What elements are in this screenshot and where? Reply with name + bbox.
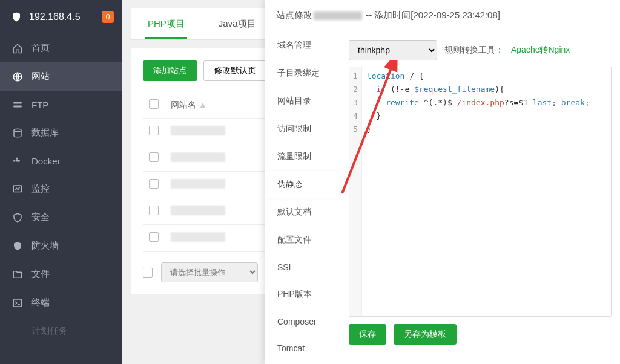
svg-rect-9 bbox=[13, 299, 22, 307]
sidebar-item-docker[interactable]: Docker bbox=[0, 147, 122, 175]
sidebar-item-label: 防火墙 bbox=[31, 240, 59, 252]
modal-nav-tomcat[interactable]: Tomcat bbox=[265, 335, 340, 362]
modal-content: thinkphp 规则转换工具： Apache转Nginx 12345 loca… bbox=[340, 31, 620, 364]
folder-icon bbox=[12, 269, 23, 280]
svg-rect-7 bbox=[16, 158, 18, 160]
modal-nav-rewrite[interactable]: 伪静态 bbox=[265, 171, 340, 198]
home-icon bbox=[12, 43, 23, 54]
modal-nav-config[interactable]: 配置文件 bbox=[265, 226, 340, 254]
shield-icon bbox=[11, 11, 22, 23]
row-checkbox[interactable] bbox=[149, 152, 159, 162]
modal-nav-subdir[interactable]: 子目录绑定 bbox=[265, 59, 340, 87]
sidebar-item-files[interactable]: 文件 bbox=[0, 260, 122, 288]
shield-outline-icon bbox=[12, 212, 23, 223]
rewrite-editor[interactable]: 12345 location / { if (!-e $request_file… bbox=[349, 67, 612, 317]
clock-icon bbox=[12, 326, 23, 337]
globe-icon bbox=[12, 71, 23, 82]
sidebar-item-label: Docker bbox=[31, 156, 61, 166]
sidebar-item-label: 网站 bbox=[31, 71, 50, 82]
docker-icon bbox=[12, 155, 23, 166]
edit-default-page-button[interactable]: 修改默认页 bbox=[203, 60, 266, 81]
monitor-icon bbox=[12, 184, 23, 195]
svg-rect-4 bbox=[13, 160, 15, 162]
rule-convert-label: 规则转换工具： bbox=[444, 45, 504, 56]
sidebar-item-cron[interactable]: 计划任务 bbox=[0, 317, 122, 345]
site-name-masked bbox=[171, 206, 225, 215]
site-name-masked bbox=[171, 179, 225, 189]
modal-nav-composer[interactable]: Composer bbox=[265, 308, 340, 335]
bulk-checkbox[interactable] bbox=[143, 268, 153, 278]
domain-masked bbox=[314, 11, 362, 20]
tab-php[interactable]: PHP项目 bbox=[131, 8, 202, 39]
rewrite-rule-row: thinkphp 规则转换工具： Apache转Nginx bbox=[349, 40, 612, 60]
apache-to-nginx-link[interactable]: Apache转Nginx bbox=[511, 45, 570, 56]
firewall-icon bbox=[12, 241, 23, 252]
checkbox-all[interactable] bbox=[149, 99, 159, 109]
notification-badge[interactable]: 0 bbox=[102, 11, 114, 23]
sidebar-item-monitor[interactable]: 监控 bbox=[0, 175, 122, 203]
rewrite-template-select[interactable]: thinkphp bbox=[349, 40, 437, 60]
sidebar-item-database[interactable]: 数据库 bbox=[0, 119, 122, 147]
sidebar-item-label: 首页 bbox=[31, 42, 50, 54]
row-checkbox[interactable] bbox=[149, 206, 159, 215]
modal-nav-default-doc[interactable]: 默认文档 bbox=[265, 198, 340, 226]
editor-code[interactable]: location / { if (!-e $request_filename){… bbox=[362, 67, 595, 316]
svg-point-3 bbox=[14, 129, 21, 132]
sidebar: 192.168.4.5 0 首页 网站 FTP 数据库 Docker 监控 安全… bbox=[0, 0, 122, 364]
site-settings-modal: 站点修改 -- 添加时间[2022-09-25 23:42:08] 域名管理 子… bbox=[265, 0, 620, 364]
sidebar-item-ftp[interactable]: FTP bbox=[0, 91, 122, 119]
modal-nav-webdir[interactable]: 网站目录 bbox=[265, 87, 340, 115]
svg-rect-1 bbox=[13, 102, 22, 104]
row-checkbox[interactable] bbox=[149, 126, 159, 135]
tab-java[interactable]: Java项目 bbox=[202, 8, 273, 39]
sort-icon: ▲ bbox=[199, 100, 207, 109]
svg-rect-6 bbox=[18, 160, 20, 162]
host-ip: 192.168.4.5 bbox=[29, 11, 81, 22]
site-name-masked bbox=[171, 152, 225, 162]
sidebar-item-site[interactable]: 网站 bbox=[0, 62, 122, 91]
editor-gutter: 12345 bbox=[349, 67, 362, 316]
save-button[interactable]: 保存 bbox=[349, 324, 386, 345]
modal-nav: 域名管理 子目录绑定 网站目录 访问限制 流量限制 伪静态 默认文档 配置文件 … bbox=[265, 31, 340, 364]
sidebar-item-firewall[interactable]: 防火墙 bbox=[0, 232, 122, 260]
site-name-masked bbox=[171, 126, 225, 135]
save-as-template-button[interactable]: 另存为模板 bbox=[394, 324, 457, 345]
tab-label: PHP项目 bbox=[148, 18, 185, 28]
sidebar-header: 192.168.4.5 0 bbox=[0, 0, 122, 34]
sidebar-item-label: 安全 bbox=[31, 212, 50, 223]
row-checkbox[interactable] bbox=[149, 232, 159, 242]
site-name-masked bbox=[171, 232, 225, 242]
modal-nav-phpver[interactable]: PHP版本 bbox=[265, 281, 340, 308]
sidebar-item-label: FTP bbox=[31, 100, 48, 110]
sidebar-item-label: 文件 bbox=[31, 268, 50, 280]
sidebar-item-label: 计划任务 bbox=[31, 325, 68, 337]
sidebar-item-security[interactable]: 安全 bbox=[0, 203, 122, 232]
add-site-button[interactable]: 添加站点 bbox=[143, 60, 197, 81]
modal-nav-access[interactable]: 访问限制 bbox=[265, 115, 340, 143]
sidebar-item-label: 数据库 bbox=[31, 127, 59, 138]
tab-label: Java项目 bbox=[219, 18, 256, 28]
sidebar-item-label: 终端 bbox=[31, 297, 50, 308]
modal-title: 站点修改 -- 添加时间[2022-09-25 23:42:08] bbox=[265, 0, 620, 31]
sidebar-item-label: 监控 bbox=[31, 183, 50, 195]
modal-nav-traffic[interactable]: 流量限制 bbox=[265, 143, 340, 171]
svg-rect-5 bbox=[16, 160, 18, 162]
svg-rect-2 bbox=[13, 106, 22, 108]
modal-footer: 保存 另存为模板 bbox=[349, 317, 612, 356]
modal-nav-domain[interactable]: 域名管理 bbox=[265, 31, 340, 59]
modal-nav-ssl[interactable]: SSL bbox=[265, 254, 340, 281]
sidebar-item-terminal[interactable]: 终端 bbox=[0, 288, 122, 317]
row-checkbox[interactable] bbox=[149, 179, 159, 189]
sidebar-item-home[interactable]: 首页 bbox=[0, 34, 122, 62]
database-icon bbox=[12, 128, 23, 138]
terminal-icon bbox=[12, 297, 23, 308]
modal-body: 域名管理 子目录绑定 网站目录 访问限制 流量限制 伪静态 默认文档 配置文件 … bbox=[265, 31, 620, 364]
bulk-select[interactable]: 请选择批量操作 bbox=[161, 262, 258, 282]
ftp-icon bbox=[12, 99, 23, 110]
